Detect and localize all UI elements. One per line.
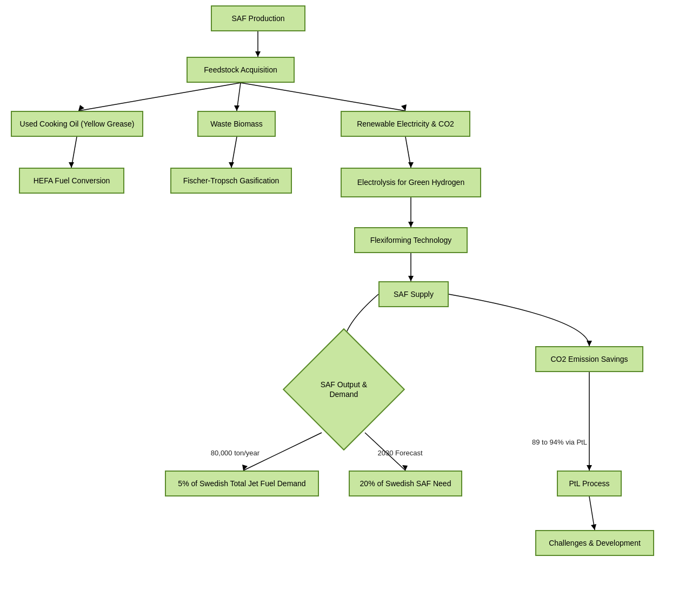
svg-marker-15 xyxy=(408,222,414,227)
diagram-container: SAF Production Feedstock Acquisition Use… xyxy=(0,0,692,616)
node-waste-biomass: Waste Biomass xyxy=(197,111,276,137)
node-saf-output-demand: SAF Output & Demand xyxy=(283,328,405,451)
svg-marker-1 xyxy=(255,51,261,57)
svg-marker-5 xyxy=(234,105,239,111)
node-saf-supply: SAF Supply xyxy=(378,281,449,307)
node-co2-emission-savings: CO2 Emission Savings xyxy=(535,346,643,372)
node-challenges: Challenges & Development xyxy=(535,530,654,556)
svg-line-12 xyxy=(405,137,411,168)
node-hefa-fuel: HEFA Fuel Conversion xyxy=(19,168,124,194)
node-feedstock-acquisition: Feedstock Acquisition xyxy=(187,57,295,83)
label-2030-forecast: 2030 Forecast xyxy=(368,449,432,457)
node-electrolysis: Electrolysis for Green Hydrogen xyxy=(341,168,481,197)
node-swedish-jet-fuel: 5% of Swedish Total Jet Fuel Demand xyxy=(165,471,319,496)
svg-line-8 xyxy=(71,137,77,168)
node-renewable-electricity: Renewable Electricity & CO2 xyxy=(341,111,470,137)
node-ptl-process: PtL Process xyxy=(557,471,622,496)
label-ton-year: 80,000 ton/year xyxy=(200,449,270,457)
node-used-cooking-oil: Used Cooking Oil (Yellow Grease) xyxy=(11,111,143,137)
svg-line-10 xyxy=(231,137,237,168)
svg-line-2 xyxy=(78,83,241,111)
svg-marker-13 xyxy=(408,162,414,168)
svg-marker-9 xyxy=(69,162,74,168)
svg-marker-21 xyxy=(242,465,248,471)
svg-marker-25 xyxy=(587,465,592,471)
node-flexiforming: Flexiforming Technology xyxy=(354,227,468,253)
label-ptl-savings: 89 to 94% via PtL xyxy=(519,438,600,446)
svg-marker-17 xyxy=(408,276,414,281)
node-swedish-saf-need: 20% of Swedish SAF Need xyxy=(349,471,462,496)
svg-marker-19 xyxy=(587,341,592,346)
svg-marker-27 xyxy=(591,524,596,530)
node-saf-production: SAF Production xyxy=(211,5,305,31)
svg-marker-3 xyxy=(78,105,84,111)
svg-marker-11 xyxy=(229,162,234,168)
svg-line-4 xyxy=(237,83,241,111)
svg-line-6 xyxy=(241,83,405,111)
node-fischer-tropsch: Fischer-Tropsch Gasification xyxy=(170,168,292,194)
arrows-svg xyxy=(0,0,692,616)
svg-marker-7 xyxy=(401,104,407,111)
svg-line-26 xyxy=(589,496,595,530)
svg-marker-23 xyxy=(402,465,408,471)
